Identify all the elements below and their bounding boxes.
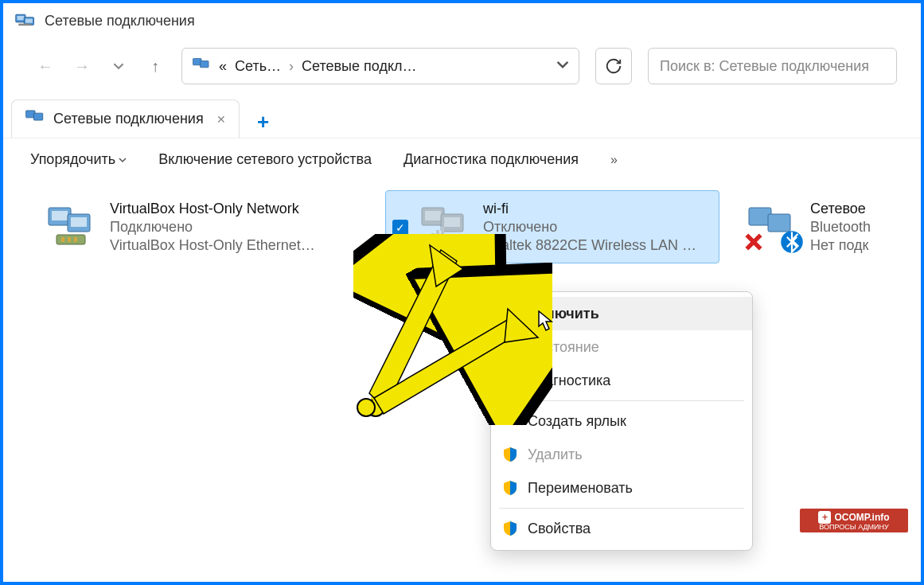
svg-rect-15 — [68, 237, 71, 242]
back-button[interactable]: ← — [35, 56, 56, 76]
shield-icon — [502, 447, 518, 462]
watermark: + OCOMP.info ВОПРОСЫ АДМИНУ — [798, 507, 910, 534]
svg-point-29 — [357, 399, 375, 416]
cursor-icon — [538, 310, 554, 331]
window-title: Сетевые подключения — [45, 13, 195, 29]
breadcrumb-prefix: « — [219, 58, 227, 75]
shield-icon — [502, 480, 518, 496]
ctx-state: Состояние — [491, 330, 752, 364]
svg-rect-4 — [18, 23, 31, 25]
breadcrumb-part[interactable]: Сеть… — [235, 58, 281, 75]
up-button[interactable]: ↑ — [145, 56, 166, 76]
network-connections-icon — [14, 13, 37, 30]
search-input[interactable]: Поиск в: Сетевые подключения — [648, 48, 897, 84]
selected-check-icon: ✓ — [392, 220, 408, 236]
recent-dropdown[interactable] — [108, 56, 129, 76]
connection-device: Нет подк — [810, 237, 871, 254]
ctx-rename[interactable]: Переименовать — [491, 471, 752, 505]
shield-icon — [502, 306, 518, 322]
bluetooth-adapter-icon — [743, 201, 799, 252]
ctx-properties[interactable]: Свойства — [491, 512, 752, 545]
shield-icon — [502, 521, 518, 536]
window-frame: Сетевые подключения ← → ↑ « Сеть… › Сете… — [0, 0, 924, 585]
ctx-diagnostics[interactable]: Диагностика — [491, 364, 752, 397]
svg-rect-20 — [444, 217, 460, 227]
enable-device-button[interactable]: Включение сетевого устройства — [158, 151, 372, 168]
svg-rect-23 — [436, 230, 439, 244]
svg-rect-12 — [71, 217, 87, 227]
svg-rect-22 — [431, 233, 435, 244]
search-placeholder: Поиск в: Сетевые подключения — [660, 58, 869, 75]
chevron-right-icon: › — [289, 58, 294, 75]
new-tab-button[interactable]: + — [248, 106, 279, 138]
svg-rect-18 — [425, 211, 441, 220]
navbar: ← → ↑ « Сеть… › Сетевые подкл… — [3, 39, 921, 93]
context-menu: Включить Состояние Диагностика Создать я… — [490, 291, 753, 551]
connection-name: wi-fi — [483, 201, 696, 217]
connection-item-wifi[interactable]: ✓ wi-fi Отключено Realtek 8822CE Wireles… — [385, 190, 719, 263]
forward-button[interactable]: → — [72, 56, 92, 76]
diagnose-button[interactable]: Диагностика подключения — [404, 151, 579, 168]
svg-rect-21 — [427, 236, 430, 244]
svg-rect-6 — [201, 60, 209, 67]
ctx-delete: Удалить — [491, 438, 752, 471]
connection-item-bluetooth[interactable]: Сетевое Bluetooth Нет подк — [735, 190, 879, 263]
svg-rect-8 — [33, 113, 42, 120]
toolbar: Упорядочить Включение сетевого устройств… — [3, 138, 921, 181]
refresh-button[interactable] — [595, 48, 632, 84]
network-adapter-icon — [43, 201, 99, 252]
tab-bar: Сетевые подключения ✕ + — [3, 93, 921, 138]
connection-device: Realtek 8822CE Wireless LAN … — [483, 237, 696, 254]
tab-network-connections[interactable]: Сетевые подключения ✕ — [11, 99, 240, 138]
svg-rect-3 — [25, 18, 33, 22]
network-connections-icon — [25, 109, 45, 129]
connection-device: VirtualBox Host-Only Ethernet… — [110, 237, 315, 254]
network-adapter-disabled-icon — [416, 201, 472, 252]
titlebar: Сетевые подключения — [3, 3, 921, 39]
address-bar[interactable]: « Сеть… › Сетевые подкл… — [181, 48, 579, 84]
svg-point-28 — [367, 399, 384, 416]
chevron-down-icon[interactable] — [556, 58, 569, 75]
svg-line-30 — [376, 266, 441, 401]
svg-rect-26 — [768, 214, 790, 232]
connection-item-vbox[interactable]: VirtualBox Host-Only Network Подключено … — [35, 190, 369, 263]
svg-line-31 — [376, 266, 441, 401]
connection-name: VirtualBox Host-Only Network — [110, 201, 315, 217]
separator — [499, 508, 744, 509]
svg-rect-24 — [441, 227, 444, 244]
organize-menu[interactable]: Упорядочить — [30, 151, 127, 168]
svg-rect-16 — [74, 237, 77, 242]
ctx-enable[interactable]: Включить — [491, 297, 752, 330]
connection-status: Отключено — [483, 219, 696, 236]
connection-name: Сетевое — [810, 201, 871, 217]
connection-status: Bluetooth — [810, 219, 871, 236]
overflow-button[interactable]: » — [610, 153, 618, 167]
tab-label: Сетевые подключения — [53, 111, 204, 127]
separator — [499, 400, 744, 401]
svg-rect-14 — [61, 237, 64, 242]
content-area: VirtualBox Host-Only Network Подключено … — [3, 181, 921, 273]
ctx-create-shortcut[interactable]: Создать ярлык — [491, 404, 752, 438]
breadcrumb-part[interactable]: Сетевые подкл… — [302, 58, 416, 75]
svg-rect-10 — [52, 211, 68, 220]
network-connections-icon — [192, 57, 211, 76]
connection-status: Подключено — [110, 219, 315, 236]
svg-rect-1 — [18, 16, 25, 20]
close-tab-button[interactable]: ✕ — [216, 113, 226, 126]
